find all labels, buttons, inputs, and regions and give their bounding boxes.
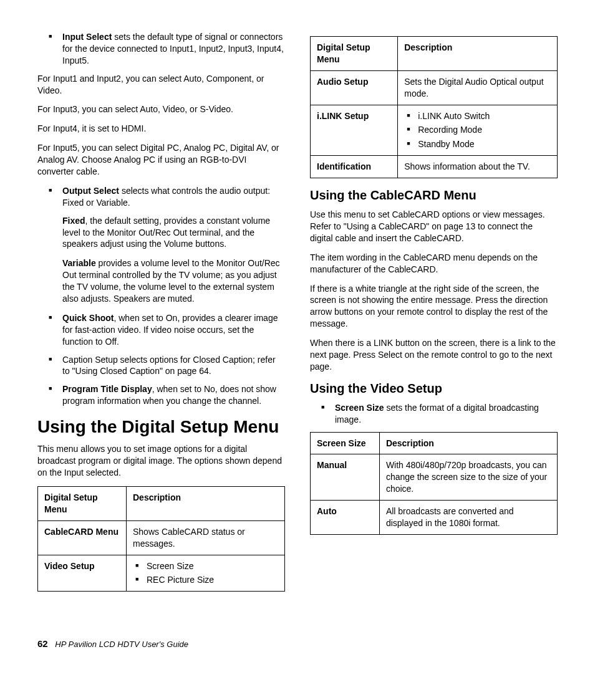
table-cell: Shows CableCARD status or messages. xyxy=(127,520,285,555)
table-row: Auto All broadcasts are converted and di… xyxy=(311,501,558,535)
list-item: REC Picture Size xyxy=(133,574,278,586)
table-header: Screen Size xyxy=(311,432,380,454)
table-row: Video Setup Screen Size REC Picture Size xyxy=(38,555,285,592)
list-item: Standby Mode xyxy=(404,138,551,150)
table-row: Manual With 480i/480p/720p broadcasts, y… xyxy=(311,454,558,501)
list-item: Program Title Display, when set to No, d… xyxy=(37,383,285,407)
table-cell-label: Audio Setup xyxy=(311,70,398,105)
text: Caption Setup selects options for Closed… xyxy=(62,355,276,376)
term-input-select: Input Select xyxy=(62,32,112,42)
list-item: Input Select sets the default type of si… xyxy=(37,31,285,67)
paragraph-indent: Fixed, the default setting, provides a c… xyxy=(62,215,285,251)
bullet-list: Output Select selects what controls the … xyxy=(37,185,285,209)
footer-title: HP Pavilion LCD HDTV User's Guide xyxy=(55,640,188,649)
paragraph: For Input4, it is set to HDMI. xyxy=(37,123,285,135)
list-item: i.LINK Auto Switch xyxy=(404,110,551,122)
table-header-row: Screen Size Description xyxy=(311,432,558,454)
table-header-row: Digital Setup Menu Description xyxy=(311,37,558,71)
cell-bullet-list: i.LINK Auto Switch Recording Mode Standb… xyxy=(404,110,551,151)
table-cell: With 480i/480p/720p broadcasts, you can … xyxy=(379,454,557,501)
term-output-select: Output Select xyxy=(62,186,119,196)
table-cell: Sets the Digital Audio Optical output mo… xyxy=(398,70,558,105)
paragraph: This menu allows you to set image option… xyxy=(37,443,285,479)
table-row: Audio Setup Sets the Digital Audio Optic… xyxy=(311,70,558,105)
list-item: Output Select selects what controls the … xyxy=(37,185,285,209)
page-footer: 62 HP Pavilion LCD HDTV User's Guide xyxy=(37,638,558,650)
table-cell: i.LINK Auto Switch Recording Mode Standb… xyxy=(398,105,558,156)
list-item: Caption Setup selects options for Closed… xyxy=(37,354,285,378)
table-row: i.LINK Setup i.LINK Auto Switch Recordin… xyxy=(311,105,558,156)
term-program-title: Program Title Display xyxy=(62,384,152,394)
table-header-row: Digital Setup Menu Description xyxy=(38,487,285,521)
table-cell-label: Manual xyxy=(311,454,380,501)
heading-cablecard: Using the CableCARD Menu xyxy=(310,187,558,204)
paragraph: Use this menu to set CableCARD options o… xyxy=(310,209,558,244)
right-column: Digital Setup Menu Description Audio Set… xyxy=(310,31,558,600)
table-digital-setup-2: Digital Setup Menu Description Audio Set… xyxy=(310,36,558,178)
table-cell-label: Identification xyxy=(311,156,398,178)
paragraph: For Input3, you can select Auto, Video, … xyxy=(37,103,285,115)
table-header: Description xyxy=(379,432,557,454)
heading-digital-setup: Using the Digital Setup Menu xyxy=(37,417,285,437)
paragraph: For Input5, you can select Digital PC, A… xyxy=(37,142,285,178)
table-screen-size: Screen Size Description Manual With 480i… xyxy=(310,432,558,535)
term-variable: Variable xyxy=(62,258,96,268)
bullet-list: Input Select sets the default type of si… xyxy=(37,31,285,67)
table-cell-label: Auto xyxy=(311,501,380,535)
bullet-list: Screen Size sets the format of a digital… xyxy=(310,402,558,426)
table-digital-setup-1: Digital Setup Menu Description CableCARD… xyxy=(37,486,285,592)
paragraph: For Input1 and Input2, you can select Au… xyxy=(37,73,285,97)
term-screen-size: Screen Size xyxy=(335,403,384,413)
left-column: Input Select sets the default type of si… xyxy=(37,31,285,600)
table-cell-label: Video Setup xyxy=(38,555,127,592)
table-row: CableCARD Menu Shows CableCARD status or… xyxy=(38,520,285,555)
page-number: 62 xyxy=(37,638,48,649)
table-cell-label: i.LINK Setup xyxy=(311,105,398,156)
table-header: Digital Setup Menu xyxy=(311,37,398,71)
table-header: Description xyxy=(127,487,285,521)
cell-bullet-list: Screen Size REC Picture Size xyxy=(133,560,278,587)
heading-video-setup: Using the Video Setup xyxy=(310,380,558,397)
table-header: Description xyxy=(398,37,558,71)
table-row: Identification Shows information about t… xyxy=(311,156,558,178)
table-cell: All broadcasts are converted and display… xyxy=(379,501,557,535)
term-fixed: Fixed xyxy=(62,216,85,226)
paragraph: When there is a LINK button on the scree… xyxy=(310,337,558,373)
bullet-list: Quick Shoot, when set to On, provides a … xyxy=(37,312,285,407)
paragraph: The item wording in the CableCARD menu d… xyxy=(310,252,558,276)
paragraph: If there is a white triangle at the righ… xyxy=(310,283,558,330)
text: , the default setting, provides a consta… xyxy=(62,216,270,249)
table-cell: Screen Size REC Picture Size xyxy=(127,555,285,592)
list-item: Recording Mode xyxy=(404,124,551,136)
list-item: Quick Shoot, when set to On, provides a … xyxy=(37,312,285,348)
table-header: Digital Setup Menu xyxy=(38,487,127,521)
table-cell: Shows information about the TV. xyxy=(398,156,558,178)
two-column-layout: Input Select sets the default type of si… xyxy=(37,31,558,600)
paragraph-indent: Variable provides a volume level to the … xyxy=(62,257,285,305)
list-item: Screen Size xyxy=(133,560,278,572)
term-quick-shoot: Quick Shoot xyxy=(62,313,114,323)
list-item: Screen Size sets the format of a digital… xyxy=(310,402,558,426)
table-cell-label: CableCARD Menu xyxy=(38,520,127,555)
